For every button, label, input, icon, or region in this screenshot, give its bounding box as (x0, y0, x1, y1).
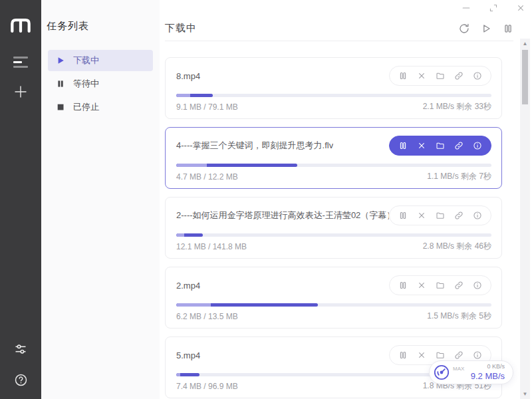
help-icon[interactable] (14, 373, 28, 387)
task-info-icon[interactable] (473, 71, 482, 80)
close-icon[interactable] (516, 3, 525, 13)
progress-buffer (176, 94, 190, 97)
task-size: 7.4 MB / 96.9 MB (176, 382, 238, 391)
progress-buffer (176, 373, 180, 376)
task-speed: 1.1 MB/s 剩余 7秒 (427, 171, 491, 182)
task-card[interactable]: 8.mp4 9.1 MB / 79.1 MB 2.1 MB/s 剩余 (165, 57, 502, 119)
copy-link-icon[interactable] (454, 211, 464, 220)
progress-bar (176, 233, 491, 237)
pause-task-icon[interactable] (398, 71, 408, 80)
task-panel: 任务列表 下载中 等待中 已停止 (41, 0, 160, 399)
pause-all-icon[interactable] (503, 23, 513, 34)
task-card[interactable]: 2.mp4 6.2 MB / 13.5 MB 1.5 MB/s 剩余 (165, 267, 502, 329)
progress-buffer (176, 164, 207, 167)
nav-label: 已停止 (73, 101, 99, 113)
speedometer-icon (433, 364, 450, 381)
progress-bar (176, 94, 491, 97)
download-speed: 9.2 MB/s (471, 371, 505, 382)
nav-item-downloading[interactable]: 下载中 (48, 50, 153, 71)
task-actions (389, 66, 491, 86)
window-controls (462, 3, 525, 13)
pause-icon (57, 80, 65, 88)
nav-item-stopped[interactable]: 已停止 (48, 96, 153, 118)
pause-task-icon[interactable] (398, 350, 408, 360)
copy-link-icon[interactable] (454, 71, 464, 80)
task-nav: 下载中 等待中 已停止 (48, 50, 153, 118)
page-title: 下载中 (165, 22, 197, 35)
nav-item-waiting[interactable]: 等待中 (48, 73, 153, 94)
toolbar (459, 23, 513, 34)
motrix-logo-icon (9, 16, 33, 34)
upload-speed: 0 KB/s (471, 363, 505, 370)
task-size: 6.2 MB / 13.5 MB (176, 312, 238, 321)
task-name: 8.mp4 (176, 71, 200, 81)
task-list: 8.mp4 9.1 MB / 79.1 MB 2.1 MB/s 剩余 (165, 57, 502, 398)
nav-label: 下载中 (73, 55, 99, 66)
scrollbar: ▲ ▼ (520, 39, 530, 399)
scroll-up-icon[interactable]: ▲ (520, 39, 530, 49)
task-speed: 2.8 MB/s 剩余 46秒 (423, 241, 491, 252)
delete-task-icon[interactable] (417, 71, 426, 80)
scrollbar-thumb[interactable] (522, 50, 528, 104)
task-actions (389, 205, 491, 225)
speed-widget-label: MAX (453, 366, 464, 372)
delete-task-icon[interactable] (417, 211, 426, 220)
preferences-icon[interactable] (14, 342, 27, 356)
progress-buffer (176, 303, 211, 307)
task-name: 2----如何运用金字塔原理进行高效表达-王清莹02（字幕）.flv (176, 209, 389, 221)
stop-icon (57, 103, 65, 111)
open-folder-icon[interactable] (436, 71, 445, 80)
nav-label: 等待中 (73, 78, 99, 90)
open-folder-icon[interactable] (436, 281, 445, 290)
task-name: 2.mp4 (176, 281, 200, 291)
minimize-icon[interactable] (462, 3, 471, 13)
task-info-icon[interactable] (473, 281, 482, 290)
task-name: 4----掌握三个关键词，即刻提升思考力.flv (176, 140, 333, 152)
open-folder-icon[interactable] (436, 141, 445, 150)
task-size: 4.7 MB / 12.2 MB (176, 172, 238, 182)
scroll-down-icon[interactable]: ▼ (520, 389, 530, 399)
delete-task-icon[interactable] (417, 141, 426, 150)
task-list-icon[interactable] (13, 57, 28, 68)
icon-rail (0, 0, 41, 399)
progress-bar (176, 164, 491, 167)
resume-all-icon[interactable] (481, 23, 491, 34)
delete-task-icon[interactable] (417, 281, 426, 290)
open-folder-icon[interactable] (436, 211, 445, 220)
task-card[interactable]: 2----如何运用金字塔原理进行高效表达-王清莹02（字幕）.flv 12.1 … (165, 197, 502, 259)
task-actions (389, 136, 491, 156)
task-speed: 1.5 MB/s 剩余 5秒 (427, 311, 491, 322)
pause-task-icon[interactable] (398, 281, 408, 290)
motrix-window: 任务列表 下载中 等待中 已停止 下载中 (0, 0, 532, 399)
task-speed: 2.1 MB/s 剩余 33秒 (423, 101, 491, 112)
copy-link-icon[interactable] (454, 281, 464, 290)
copy-link-icon[interactable] (454, 141, 464, 150)
speed-widget[interactable]: MAX 0 KB/s 9.2 MB/s (429, 360, 513, 384)
task-size: 9.1 MB / 79.1 MB (176, 102, 238, 112)
task-info-icon[interactable] (473, 350, 482, 360)
panel-title: 任务列表 (47, 20, 160, 33)
progress-buffer (176, 233, 184, 237)
pause-task-icon[interactable] (398, 211, 408, 220)
task-name: 5.mp4 (176, 350, 200, 360)
task-card-selected[interactable]: 4----掌握三个关键词，即刻提升思考力.flv 4.7 MB / 12.2 M… (165, 127, 502, 189)
task-actions (389, 275, 491, 295)
task-size: 12.1 MB / 141.8 MB (176, 242, 247, 251)
main-content: 下载中 8.mp4 (160, 0, 532, 399)
delete-task-icon[interactable] (417, 350, 426, 360)
add-task-icon[interactable] (14, 85, 27, 98)
maximize-icon[interactable] (489, 3, 498, 13)
task-info-icon[interactable] (473, 141, 482, 150)
progress-bar (176, 303, 491, 307)
open-folder-icon[interactable] (436, 350, 445, 360)
copy-link-icon[interactable] (454, 350, 464, 360)
task-info-icon[interactable] (473, 211, 482, 220)
pause-task-icon[interactable] (398, 141, 408, 150)
play-icon (57, 57, 65, 65)
refresh-icon[interactable] (459, 23, 469, 34)
